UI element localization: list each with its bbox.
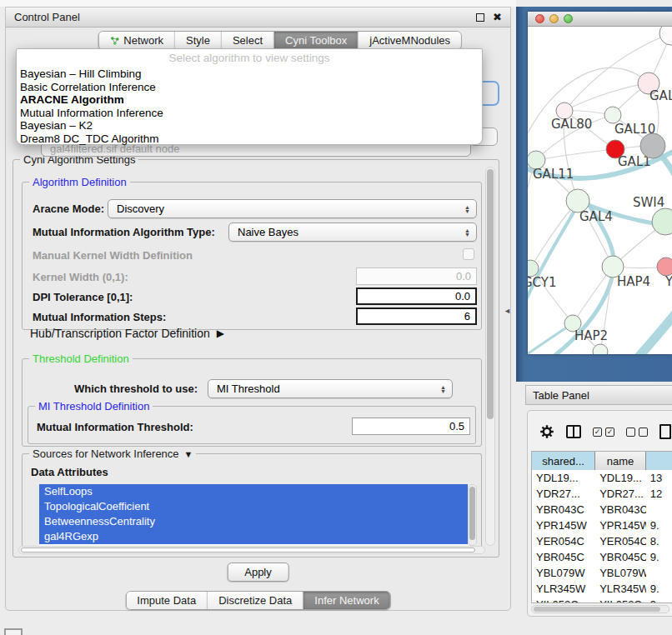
network-canvas[interactable]: GALGAL80GAL10GAL1GAL11SWI4GAL4GCY1HAP4YH… [528, 27, 672, 354]
mi-threshold-input[interactable]: 0.5 [352, 418, 470, 435]
algorithm-option-aracne-algorithm[interactable]: ARACNE Algorithm [17, 93, 482, 107]
table-row[interactable]: YPR145WYPR145W9. [532, 518, 672, 533]
kernel-width-input[interactable]: 0.0 [356, 268, 477, 285]
minimized-panel-icon[interactable] [4, 628, 23, 635]
mi-type-combo[interactable]: Naive Bayes ▲▼ [228, 222, 477, 242]
aracne-mode-value: Discovery [117, 202, 164, 215]
table-cell: YDR27... [595, 486, 646, 502]
dpi-tolerance-input[interactable]: 0.0 [356, 288, 477, 305]
float-window-icon[interactable] [476, 13, 484, 22]
settings-vertical-scrollbar[interactable] [485, 167, 495, 546]
table-panel-titlebar[interactable]: Table Panel [525, 385, 672, 405]
node-label-gcy1: GCY1 [528, 275, 557, 290]
network-view-window[interactable]: GALGAL80GAL10GAL1GAL11SWI4GAL4GCY1HAP4YH… [516, 7, 672, 382]
mi-steps-input[interactable]: 6 [356, 308, 477, 325]
manual-kernel-label: Manual Kernel Width Definition [33, 249, 193, 262]
close-traffic-light-icon[interactable] [535, 14, 544, 23]
tab-label: Style [186, 34, 210, 47]
table-row[interactable]: YER054CYER054C8. [532, 533, 672, 549]
table-header-row: shared...name [532, 452, 672, 470]
table-toolbar: ✓✓ [528, 419, 672, 444]
network-node-swi4[interactable] [652, 208, 672, 235]
table-row[interactable]: YIL052CYIL052C9. [532, 597, 672, 603]
close-window-icon[interactable]: ✖ [493, 13, 502, 22]
panel-divider-grip[interactable]: ◄ [504, 307, 511, 315]
network-node-y[interactable] [657, 258, 672, 276]
table-row[interactable]: YBR045CYBR045C9. [532, 549, 672, 565]
table-cell: 9. [646, 581, 672, 597]
top-strip [0, 0, 516, 7]
network-node-blank[interactable] [659, 27, 672, 45]
control-panel-titlebar[interactable]: Control Panel ✖ [6, 8, 510, 28]
tab-select[interactable]: Select [222, 32, 274, 49]
apply-button[interactable]: Apply [227, 562, 289, 582]
mi-threshold-definition-group: MI Threshold Definition Mutual Informati… [28, 406, 476, 444]
table-row[interactable]: YBR043CYBR043C [532, 502, 672, 518]
column-header-blank[interactable] [646, 452, 672, 470]
table-row[interactable]: YBL079WYBL079W [532, 565, 672, 581]
tab-network[interactable]: Network [98, 32, 175, 49]
tab-label: Network [123, 34, 163, 47]
table-horizontal-scrollbar[interactable] [531, 605, 669, 613]
table-cell: YBR043C [532, 502, 595, 518]
algorithm-option-dream8-dc-tdc-algorithm[interactable]: Dream8 DC_TDC Algorithm [17, 132, 482, 146]
zoom-traffic-light-icon[interactable] [564, 14, 573, 23]
algorithm-option-mutual-information-inference[interactable]: Mutual Information Inference [17, 107, 482, 120]
hub-definition-label: Hub/Transcription Factor Definition [30, 327, 210, 340]
hub-definition-expander[interactable]: Hub/Transcription Factor Definition ▶ [30, 327, 224, 340]
manual-kernel-checkbox[interactable] [463, 248, 474, 260]
threshold-definition-group: Threshold Definition Which threshold to … [22, 358, 482, 447]
bottom-tab-label: Impute Data [137, 594, 196, 607]
gear-icon[interactable] [539, 424, 554, 439]
export-table-icon[interactable] [659, 424, 671, 439]
algorithm-option-bayesian-k2[interactable]: Bayesian – K2 [17, 119, 482, 132]
show-all-columns-icon[interactable]: ✓✓ [593, 428, 614, 437]
tab-cyni-toolbox[interactable]: Cyni Toolbox [274, 32, 359, 49]
tab-jactivemnodules[interactable]: jActiveMNodules [359, 32, 461, 49]
node-label-gal: GAL [649, 88, 672, 103]
attribute-item-topologicalcoefficient[interactable]: TopologicalCoefficient [39, 499, 468, 514]
network-node-gal10[interactable] [604, 107, 621, 123]
node-attribute-table[interactable]: shared...nameYDL19...YDL19...13YDR27...Y… [531, 451, 672, 603]
attribute-item-betweennesscentrality[interactable]: BetweennessCentrality [39, 514, 468, 529]
table-row[interactable]: YDR27...YDR27...12 [532, 486, 672, 502]
bottom-tab-bar: Impute DataDiscretize DataInfer Network [125, 591, 390, 610]
table-cell [646, 565, 672, 581]
bottom-tab-discretize-data[interactable]: Discretize Data [208, 592, 303, 609]
algorithm-definition-title: Algorithm Definition [29, 176, 130, 188]
hide-all-columns-icon[interactable] [626, 428, 648, 437]
sources-title[interactable]: Sources for Network Inference ▼ [29, 448, 196, 460]
attribute-item-gal4rgexp[interactable]: gal4RGexp [39, 529, 468, 544]
node-label-hap2: HAP2 [574, 328, 608, 343]
threshold-definition-title: Threshold Definition [29, 352, 133, 365]
algorithm-option-basic-correlation-inference[interactable]: Basic Correlation Inference [17, 81, 482, 94]
settings-horizontal-scrollbar[interactable] [18, 546, 485, 554]
table-row[interactable]: YLR345WYLR345W9. [532, 581, 672, 597]
bottom-tab-label: Infer Network [314, 594, 379, 607]
minimize-traffic-light-icon[interactable] [549, 14, 559, 23]
node-label-gal11: GAL11 [533, 167, 574, 182]
attributes-scrollbar[interactable] [468, 484, 477, 546]
table-cell: YER054C [532, 533, 595, 549]
network-node-blank[interactable] [640, 133, 665, 158]
collapse-down-icon: ▼ [184, 449, 193, 459]
bottom-tab-impute-data[interactable]: Impute Data [126, 592, 208, 609]
column-header-name[interactable]: name [595, 452, 646, 470]
data-attributes-list[interactable]: SelfLoopsTopologicalCoefficientBetweenne… [39, 484, 468, 546]
aracne-mode-combo[interactable]: Discovery ▲▼ [108, 199, 477, 218]
table-row[interactable]: YDL19...YDL19...13 [532, 470, 672, 486]
column-header-shared[interactable]: shared... [532, 452, 595, 470]
algorithm-select-dropdown[interactable]: Select algorithm to view settings Bayesi… [16, 48, 483, 145]
node-label-y: Y [664, 274, 672, 289]
which-threshold-combo[interactable]: MI Threshold ▲▼ [208, 379, 453, 398]
algorithm-placeholder: Select algorithm to view settings [17, 49, 482, 68]
tab-style[interactable]: Style [175, 32, 222, 49]
node-label-gal4: GAL4 [579, 209, 613, 224]
algorithm-option-bayesian-hill-climbing[interactable]: Bayesian – Hill Climbing [17, 68, 482, 81]
columns-icon[interactable] [566, 425, 581, 438]
bottom-tab-infer-network[interactable]: Infer Network [303, 592, 389, 609]
table-cell: 9. [646, 518, 672, 533]
attribute-item-selfloops[interactable]: SelfLoops [39, 484, 468, 499]
table-cell: YBR045C [532, 549, 595, 565]
network-window-titlebar[interactable] [528, 12, 672, 27]
